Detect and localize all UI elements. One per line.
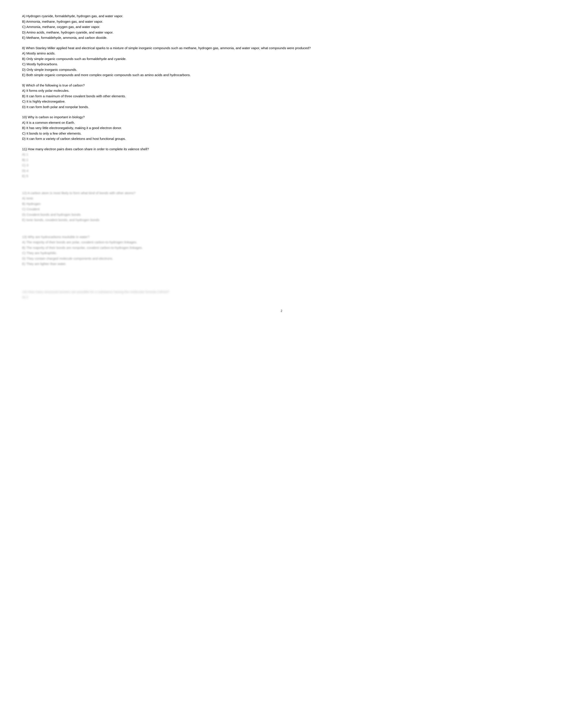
choice-11e: E) 5	[22, 174, 541, 179]
question-8: 8) When Stanley Miller applied heat and …	[22, 46, 541, 78]
choice-7e: E) Methane, formaldehyde, ammonia, and c…	[22, 35, 541, 40]
choice-12b: B) Hydrogen	[22, 201, 541, 206]
choice-12e: E) Ionic bonds, covalent bonds, and hydr…	[22, 218, 541, 223]
choice-14a: A) 2	[22, 295, 541, 300]
choice-10c: C) It bonds to only a few other elements…	[22, 131, 541, 136]
question-10: 10) Why is carbon so important in biolog…	[22, 115, 541, 141]
choice-13d: D) They contain charged molecule compone…	[22, 256, 541, 261]
choice-13c: C) They are hydrophilic.	[22, 251, 541, 256]
choice-13b: B) The majority of their bonds are nonpo…	[22, 245, 541, 250]
choice-8e: E) Both simple organic compounds and mor…	[22, 73, 541, 78]
question-8-text: 8) When Stanley Miller applied heat and …	[22, 46, 541, 51]
answer-choices-11: A) 1 B) 2 C) 3 D) 4 E) 5	[22, 152, 541, 179]
question-9: 9) Which of the following is true of car…	[22, 83, 541, 110]
question-13-text: 13) Why are hydrocarbons insoluble in wa…	[22, 235, 541, 240]
choice-12c: C) Covalent	[22, 207, 541, 212]
choice-9a: A) It forms only polar molecules.	[22, 88, 541, 93]
choice-8d: D) Only simple inorganic compounds.	[22, 67, 541, 72]
choice-9d: D) It can form both polar and nonpolar b…	[22, 105, 541, 110]
choice-10a: A) It is a common element on Earth.	[22, 120, 541, 125]
choice-7d: D) Amino acids, methane, hydrogen cyanid…	[22, 30, 541, 35]
question-13: 13) Why are hydrocarbons insoluble in wa…	[22, 235, 541, 266]
choice-10d: D) It can form a variety of carbon skele…	[22, 136, 541, 141]
question-14-text: 14) How many structural isomers are poss…	[22, 289, 541, 295]
choice-8c: C) Mostly hydrocarbons.	[22, 62, 541, 67]
question-14: 14) How many structural isomers are poss…	[22, 289, 541, 300]
choice-11d: D) 4	[22, 168, 541, 173]
choice-12d: D) Covalent bonds and hydrogen bonds	[22, 212, 541, 217]
choice-11c: C) 3	[22, 163, 541, 168]
choice-9b: B) It can form a maximum of three covale…	[22, 94, 541, 99]
choice-7a: A) Hydrogen cyanide, formaldehyde, hydro…	[22, 14, 541, 19]
page-content: A) Hydrogen cyanide, formaldehyde, hydro…	[22, 14, 541, 313]
answer-choices-12: A) Ionic B) Hydrogen C) Covalent D) Cova…	[22, 196, 541, 223]
choice-8a: A) Mostly amino acids.	[22, 51, 541, 56]
question-9-text: 9) Which of the following is true of car…	[22, 83, 541, 88]
question-12-text: 12) A carbon atom is most likely to form…	[22, 191, 541, 196]
answer-choices-8: A) Mostly amino acids. B) Only simple or…	[22, 51, 541, 78]
question-10-text: 10) Why is carbon so important in biolog…	[22, 115, 541, 120]
choice-7c: C) Ammonia, methane, oxygen gas, and wat…	[22, 24, 541, 30]
choice-8b: B) Only simple organic compounds such as…	[22, 56, 541, 62]
choice-10b: B) It has very little electronegativity,…	[22, 126, 541, 131]
answer-choices-14: A) 2	[22, 295, 541, 300]
question-12: 12) A carbon atom is most likely to form…	[22, 191, 541, 223]
choice-9c: C) It is highly electronegative.	[22, 99, 541, 104]
answer-choices-7: A) Hydrogen cyanide, formaldehyde, hydro…	[22, 14, 541, 40]
page-number: 2	[22, 309, 541, 313]
answer-choices-13: A) The majority of their bonds are polar…	[22, 240, 541, 266]
choice-11a: A) 1	[22, 152, 541, 157]
choice-7b: B) Ammonia, methane, hydrogen gas, and w…	[22, 19, 541, 24]
answer-choices-10: A) It is a common element on Earth. B) I…	[22, 120, 541, 141]
question-11: 11) How many electron pairs does carbon …	[22, 147, 541, 179]
choice-11b: B) 2	[22, 158, 541, 163]
question-7-choices: A) Hydrogen cyanide, formaldehyde, hydro…	[22, 14, 541, 40]
choice-13a: A) The majority of their bonds are polar…	[22, 240, 541, 245]
answer-choices-9: A) It forms only polar molecules. B) It …	[22, 88, 541, 109]
question-11-text: 11) How many electron pairs does carbon …	[22, 147, 541, 152]
choice-12a: A) Ionic	[22, 196, 541, 201]
choice-13e: E) They are lighter than water.	[22, 261, 541, 266]
